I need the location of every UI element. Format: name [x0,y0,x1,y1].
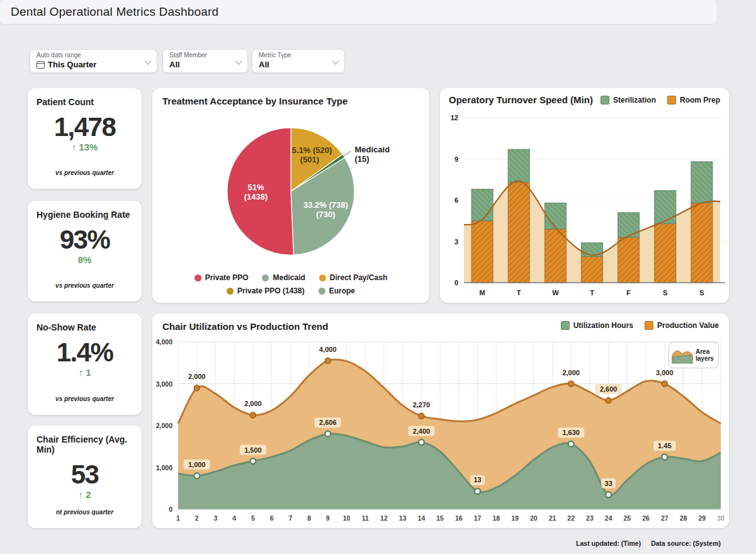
area-layers-icon [672,346,693,364]
data-label: 13 [473,476,481,483]
x-tick-label: 7 [288,514,292,522]
data-point [662,454,667,460]
legend-label: Direct Pay/Cash [330,273,387,282]
x-tick-label: 10 [343,514,351,522]
data-point [325,431,330,437]
bar-sterilization [508,149,529,182]
kpi-note: nt previous quarter [28,509,142,516]
x-tick-label: F [626,289,631,297]
x-tick-label: 8 [307,514,311,522]
inset-legend-text: Area [696,348,714,355]
x-tick-label: 5 [251,514,255,522]
y-tick-label: 2,000 [156,422,172,429]
x-tick-label: 16 [455,514,463,522]
data-source-text: Data source: (System) [651,540,721,547]
data-point [568,441,574,447]
x-tick-label: S [663,289,667,297]
data-point [662,381,667,387]
y-tick-label: 0 [169,506,172,513]
legend-item[interactable]: Medicaid [262,273,305,282]
data-label: 2,000 [244,400,262,407]
x-tick-label: W [552,289,559,297]
bar-room-prep [471,221,493,283]
legend-label: Europe [329,286,355,295]
pie-callout-label: Medicaid(15) [355,145,390,164]
y-tick-label: 9 [454,155,458,163]
area-layers-inset-legend: Area layers [669,342,719,368]
x-tick-label: 30 [717,514,725,522]
x-tick-label: M [479,289,485,297]
x-tick-label: 4 [232,514,236,522]
filter-metric-type[interactable]: Metric Type All [252,49,345,73]
kpi-value: 1,478 [28,113,142,141]
bar-chart-svg: 036912MTWTFSS [440,88,729,303]
data-label: 2,600 [600,385,618,393]
data-point [194,385,200,391]
kpi-card-patient-count: Patient Count 1,478 ↑ 13% vs previous qu… [28,88,142,189]
bar-sterilization [471,189,493,221]
bar-sterilization [618,213,640,237]
legend-item[interactable]: Private PPO (1438) [227,286,305,295]
pie-chart-title: Treatment Acceptance by Insurance Type [162,96,347,106]
bar-sterilization [655,191,676,223]
bar-room-prep [618,237,640,283]
legend-swatch [319,274,326,281]
x-tick-label: 27 [661,514,669,522]
bar-sterilization [691,162,713,203]
x-tick-label: 11 [362,514,369,522]
legend-label: Private PPO [205,273,249,282]
data-point [475,489,480,494]
last-updated-text: Last updated: (Time) [576,540,641,547]
filter-date-range[interactable]: Auto dats range This Quarter [30,49,157,73]
kpi-title: Chair Efficiency (Avg. Min) [37,434,142,455]
legend-swatch [227,288,234,295]
bar-room-prep [691,203,713,283]
page-title: Dental Operational Metrics Dashboard [0,5,218,19]
x-tick-label: 6 [270,514,274,522]
kpi-title: Patient Count [37,97,142,107]
calendar-icon [37,61,45,69]
bar-room-prep [655,223,676,283]
filter-staff-member-value: All [169,60,180,69]
pie-chart: 15.1% (520)(501)Medicaid(15)33.2% (738)(… [152,111,429,272]
x-tick-label: T [517,289,521,297]
x-tick-label: 3 [214,514,218,522]
x-tick-label: 15 [436,514,444,522]
header-bar: Dental Operational Metrics Dashboard [0,0,716,24]
x-tick-label: 26 [642,514,650,522]
legend-label: Medicaid [273,273,305,282]
data-point [250,458,256,464]
filter-staff-member-label: Staff Member [169,52,247,59]
legend-item[interactable]: Private PPO [195,273,249,282]
data-point [568,381,574,387]
trend-chart: 01,0002,0003,0004,0002,0002,0004,0002,27… [152,314,729,531]
kpi-note: vs previous quarter [28,169,142,176]
legend-item[interactable]: Direct Pay/Cash [319,273,387,282]
data-label: 2,606 [319,419,337,426]
x-tick-label: 22 [567,514,575,522]
x-tick-label: 19 [511,514,519,522]
y-tick-label: 6 [454,196,458,204]
kpi-note: vs previous quarter [28,282,142,289]
x-tick-label: 14 [418,514,426,522]
x-tick-label: 28 [680,514,687,522]
dashboard-page: { "page": { "title": "Dental Operational… [0,0,756,554]
y-tick-label: 4,000 [156,338,172,346]
kpi-value: 53 [28,461,142,489]
data-label: 33 [605,480,612,487]
kpi-card-hygiene-booking-rate: Hygiene Booking Rate 93% 8% vs previous … [28,201,142,302]
x-tick-label: 20 [530,514,538,522]
kpi-note: vs previous quarter [28,395,142,402]
kpi-value: 1.4% [28,339,142,366]
data-point [194,473,200,478]
footer: Last updated: (Time) Data source: (Syste… [576,540,721,547]
inset-legend-text: layers [696,355,714,362]
y-tick-label: 3 [454,238,458,246]
filter-staff-member[interactable]: Staff Member All [162,49,248,73]
x-tick-label: 18 [492,514,500,522]
legend-item[interactable]: Europe [319,286,355,295]
x-tick-label: 25 [624,514,631,522]
kpi-delta: 8% [28,254,142,265]
filter-date-range-value: This Quarter [48,60,96,69]
pie-legend: Private PPOMedicaidDirect Pay/CashPrivat… [152,273,429,295]
